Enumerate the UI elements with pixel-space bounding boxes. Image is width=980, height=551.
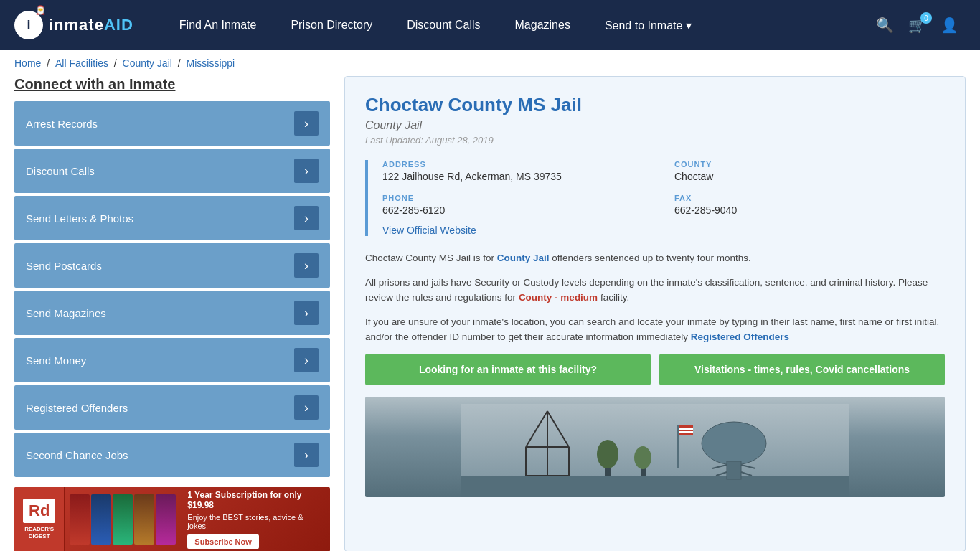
sidebar-item-label: Send Postcards (26, 260, 102, 272)
action-buttons: Looking for an inmate at this facility? … (365, 354, 945, 385)
ad-book-2 (91, 494, 111, 545)
connect-title: Connect with an Inmate (14, 76, 330, 93)
ad-books (65, 487, 180, 551)
address-label: ADDRESS (382, 160, 653, 169)
sidebar-arrow-icon: › (294, 395, 319, 420)
header: i inmateAID Find An Inmate Prison Direct… (0, 0, 980, 50)
sidebar-item-label: Arrest Records (26, 118, 98, 130)
desc1-text: Choctaw County MS Jail is for (365, 253, 497, 263)
phone-value: 662-285-6120 (382, 204, 653, 216)
sidebar-item-label: Registered Offenders (26, 402, 128, 414)
sidebar-arrow-icon: › (294, 253, 319, 278)
nav-prison-directory[interactable]: Prison Directory (273, 19, 390, 32)
main-nav: Find An Inmate Prison Directory Discount… (162, 19, 876, 32)
address-value: 122 Jailhouse Rd, Ackerman, MS 39735 (382, 171, 653, 182)
sidebar-item-send-money[interactable]: Send Money › (14, 338, 330, 382)
facility-desc-3: If you are unsure of your inmate's locat… (365, 314, 945, 345)
facility-fax-block: FAX 662-285-9040 (674, 194, 945, 216)
facility-type: County Jail (365, 119, 945, 132)
ad-subtitle: Enjoy the BEST stories, advice & jokes! (187, 513, 323, 530)
rd-label: READER'SDIGEST (24, 526, 54, 540)
ad-banner[interactable]: Rd READER'SDIGEST 1 Year Subscription fo… (14, 487, 330, 551)
sidebar-arrow-icon: › (294, 111, 319, 136)
cart-button[interactable]: 🛒 0 (908, 17, 926, 34)
sidebar-arrow-icon: › (294, 206, 319, 230)
svg-rect-22 (679, 431, 693, 433)
svg-point-18 (634, 446, 651, 469)
sidebar-arrow-icon: › (294, 443, 319, 467)
logo-area: i inmateAID (14, 11, 133, 39)
svg-rect-19 (677, 425, 679, 468)
facility-panel: Choctaw County MS Jail County Jail Last … (344, 76, 966, 551)
facility-image (365, 397, 945, 497)
sidebar-item-second-chance-jobs[interactable]: Second Chance Jobs › (14, 433, 330, 477)
ad-book-3 (113, 494, 133, 545)
sidebar-item-label: Send Money (26, 354, 86, 367)
facility-name: Choctaw County MS Jail (365, 94, 945, 116)
facility-county-block: COUNTY Choctaw (674, 160, 945, 182)
nav-icons: 🔍 🛒 0 👤 (876, 17, 966, 34)
desc1-cont: offenders sentenced up to twenty four mo… (550, 253, 751, 263)
sidebar-item-label: Discount Calls (26, 165, 95, 177)
county-medium-link[interactable]: County - medium (519, 292, 598, 303)
ad-text-area: 1 Year Subscription for only $19.98 Enjo… (180, 487, 330, 551)
svg-rect-1 (461, 476, 849, 497)
search-button[interactable]: 🔍 (876, 17, 894, 34)
svg-rect-10 (727, 461, 741, 479)
find-inmate-button[interactable]: Looking for an inmate at this facility? (365, 354, 651, 385)
facility-info-grid: ADDRESS 122 Jailhouse Rd, Ackerman, MS 3… (382, 160, 945, 216)
cart-badge: 0 (920, 12, 932, 24)
ad-book-4 (134, 494, 154, 545)
logo-text: inmateAID (49, 16, 133, 34)
svg-point-16 (597, 440, 618, 468)
breadcrumb-sep1: / (47, 57, 52, 69)
breadcrumb-state[interactable]: Mississippi (187, 57, 235, 69)
ad-book-1 (70, 494, 90, 545)
tower-svg (461, 404, 849, 497)
ad-subscribe-button[interactable]: Subscribe Now (187, 534, 258, 549)
registered-offenders-link[interactable]: Registered Offenders (691, 331, 789, 342)
rd-logo: Rd (23, 499, 55, 523)
visitations-button[interactable]: Visitations - times, rules, Covid cancel… (659, 354, 945, 385)
ad-book-5 (156, 494, 176, 545)
sidebar-item-label: Send Magazines (26, 307, 106, 319)
breadcrumb-all-facilities[interactable]: All Facilities (55, 57, 108, 69)
county-jail-link-1[interactable]: County Jail (497, 253, 550, 263)
nav-send-to-inmate[interactable]: Send to Inmate ▾ (588, 19, 709, 32)
sidebar-item-send-postcards[interactable]: Send Postcards › (14, 243, 330, 288)
breadcrumb-county-jail[interactable]: County Jail (123, 57, 172, 69)
facility-updated: Last Updated: August 28, 2019 (365, 135, 945, 146)
fax-value: 662-285-9040 (674, 204, 945, 216)
official-website-link[interactable]: View Official Website (382, 225, 476, 236)
svg-rect-21 (679, 428, 693, 430)
sidebar-item-send-magazines[interactable]: Send Magazines › (14, 291, 330, 335)
svg-rect-20 (679, 425, 693, 435)
sidebar-item-arrest-records[interactable]: Arrest Records › (14, 101, 330, 146)
nav-magazines[interactable]: Magazines (498, 19, 588, 32)
sidebar: Connect with an Inmate Arrest Records › … (14, 76, 330, 551)
sidebar-arrow-icon: › (294, 348, 319, 372)
facility-phone-block: PHONE 662-285-6120 (382, 194, 653, 216)
facility-address-block: ADDRESS 122 Jailhouse Rd, Ackerman, MS 3… (382, 160, 653, 182)
svg-point-9 (702, 422, 766, 465)
user-account-button[interactable]: 👤 (941, 17, 958, 34)
sidebar-arrow-icon: › (294, 301, 319, 325)
sidebar-item-label: Second Chance Jobs (26, 449, 128, 461)
breadcrumb-sep2: / (114, 57, 120, 69)
facility-desc-2: All prisons and jails have Security or C… (365, 275, 945, 306)
main-container: Connect with an Inmate Arrest Records › … (0, 76, 980, 551)
desc2-text: All prisons and jails have Security or C… (365, 277, 928, 303)
county-value: Choctaw (674, 171, 945, 182)
breadcrumb-home[interactable]: Home (14, 57, 41, 69)
ad-title: 1 Year Subscription for only $19.98 (187, 490, 323, 510)
sidebar-item-discount-calls[interactable]: Discount Calls › (14, 149, 330, 193)
sidebar-arrow-icon: › (294, 159, 319, 183)
county-label: COUNTY (674, 160, 945, 169)
sidebar-item-send-letters[interactable]: Send Letters & Photos › (14, 196, 330, 240)
sidebar-item-registered-offenders[interactable]: Registered Offenders › (14, 385, 330, 430)
logo-icon: i (14, 11, 43, 39)
facility-info-box: ADDRESS 122 Jailhouse Rd, Ackerman, MS 3… (365, 160, 945, 236)
phone-label: PHONE (382, 194, 653, 202)
nav-find-inmate[interactable]: Find An Inmate (162, 19, 274, 32)
nav-discount-calls[interactable]: Discount Calls (390, 19, 497, 32)
